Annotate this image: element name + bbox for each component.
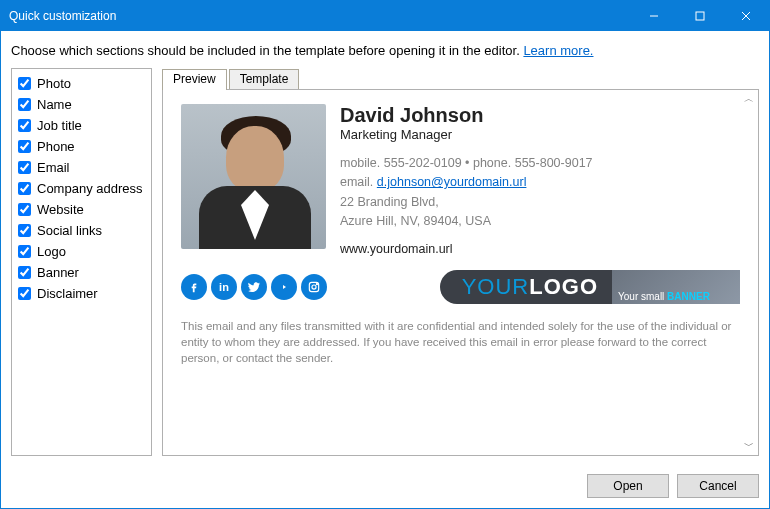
maximize-button[interactable] [677,1,723,31]
titlebar: Quick customization [1,1,769,31]
footer: Open Cancel [1,466,769,508]
section-row-job-title[interactable]: Job title [18,115,145,136]
mobile-value: 555-202-0109 [384,156,462,170]
open-button[interactable]: Open [587,474,669,498]
section-row-name[interactable]: Name [18,94,145,115]
section-checkbox[interactable] [18,266,31,279]
linkedin-icon[interactable]: in [211,274,237,300]
close-button[interactable] [723,1,769,31]
signature-website: www.yourdomain.url [340,242,593,256]
section-label: Banner [37,265,79,280]
section-label: Website [37,202,84,217]
signature-name: David Johnson [340,104,593,127]
section-checkbox[interactable] [18,203,31,216]
section-row-disclaimer[interactable]: Disclaimer [18,283,145,304]
section-checkbox[interactable] [18,98,31,111]
youtube-icon[interactable] [271,274,297,300]
banner-text1: Your small [618,291,667,302]
window-title: Quick customization [1,9,124,23]
signature-disclaimer: This email and any files transmitted wit… [181,318,740,366]
section-label: Email [37,160,70,175]
section-row-phone[interactable]: Phone [18,136,145,157]
section-checkbox[interactable] [18,77,31,90]
section-label: Phone [37,139,75,154]
signature-title: Marketing Manager [340,127,593,142]
section-row-social-links[interactable]: Social links [18,220,145,241]
social-links: in [181,274,327,300]
facebook-icon[interactable] [181,274,207,300]
banner: Your small BANNER [612,270,740,304]
tab-template[interactable]: Template [229,69,300,90]
logo-part2: LOGO [529,274,598,300]
section-checkbox[interactable] [18,119,31,132]
phone-value: 555-800-9017 [515,156,593,170]
email-link[interactable]: d.johnson@yourdomain.url [377,175,527,189]
mobile-label: mobile. [340,156,380,170]
tab-preview[interactable]: Preview [162,69,227,90]
svg-point-6 [316,283,317,284]
section-row-email[interactable]: Email [18,157,145,178]
section-row-photo[interactable]: Photo [18,73,145,94]
section-checkbox[interactable] [18,245,31,258]
instagram-icon[interactable] [301,274,327,300]
sections-list: PhotoNameJob titlePhoneEmailCompany addr… [11,68,152,456]
section-label: Company address [37,181,143,196]
section-row-banner[interactable]: Banner [18,262,145,283]
svg-point-5 [312,284,316,288]
minimize-button[interactable] [631,1,677,31]
section-row-company-address[interactable]: Company address [18,178,145,199]
twitter-icon[interactable] [241,274,267,300]
scroll-down-icon[interactable]: ﹀ [742,439,756,453]
address-line1: 22 Branding Blvd, [340,195,439,209]
email-label: email. [340,175,373,189]
logo: YOURLOGO Your small BANNER [440,270,740,304]
section-checkbox[interactable] [18,140,31,153]
logo-part1: YOUR [462,274,530,300]
section-label: Photo [37,76,71,91]
cancel-button[interactable]: Cancel [677,474,759,498]
tabs: Preview Template [162,68,759,89]
window: Quick customization Choose which section… [0,0,770,509]
section-row-website[interactable]: Website [18,199,145,220]
section-checkbox[interactable] [18,182,31,195]
address-line2: Azure Hill, NV, 89404, USA [340,214,491,228]
banner-text2: BANNER [667,291,710,302]
section-checkbox[interactable] [18,224,31,237]
learn-more-link[interactable]: Learn more. [523,43,593,58]
signature-info: David Johnson Marketing Manager mobile. … [340,104,593,256]
description: Choose which sections should be included… [1,31,769,68]
signature-photo [181,104,326,249]
section-checkbox[interactable] [18,161,31,174]
section-label: Social links [37,223,102,238]
description-text: Choose which sections should be included… [11,43,523,58]
section-label: Name [37,97,72,112]
preview-panel: ︿ ﹀ David Johnson Marketing Manager mobi… [162,89,759,456]
svg-rect-1 [696,12,704,20]
section-checkbox[interactable] [18,287,31,300]
scroll-up-icon[interactable]: ︿ [742,92,756,106]
section-row-logo[interactable]: Logo [18,241,145,262]
section-label: Job title [37,118,82,133]
phone-label: phone. [473,156,511,170]
right-pane: Preview Template ︿ ﹀ David Johnson Marke… [162,68,759,456]
section-label: Disclaimer [37,286,98,301]
section-label: Logo [37,244,66,259]
